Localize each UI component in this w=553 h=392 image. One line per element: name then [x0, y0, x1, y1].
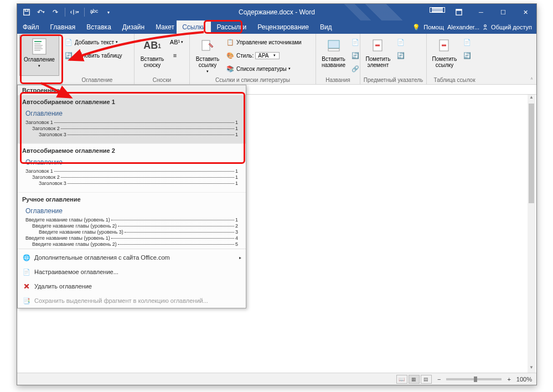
toc-button[interactable]: Оглавление ▾ [19, 35, 59, 76]
group-label-index: Предметный указатель [363, 76, 424, 84]
toc-gallery-auto2-heading: Оглавление [25, 158, 238, 166]
read-mode-button[interactable]: 📖 [396, 375, 407, 384]
svg-rect-0 [24, 9, 30, 16]
more-toc-office-button[interactable]: 🌐 Дополнительные оглавления с сайта Offi… [18, 250, 246, 265]
group-label-toc: Оглавление [63, 76, 132, 84]
zoom-out-button[interactable]: − [437, 376, 441, 383]
group-label-citations: Ссылки и списки литературы [192, 76, 313, 84]
minimize-button[interactable]: ─ [470, 4, 492, 20]
app-window: ↶▾ ↷ ▾ abc✓ ▾ Содержание.docx - Word ─ ☐… [17, 3, 537, 385]
add-text-button[interactable]: 📄 Добавить текст▾ [63, 36, 132, 48]
ribbon-group-captions: Вставить название 📄 🔄 🔗 Названия [316, 34, 360, 84]
insert-caption-button[interactable]: Вставить название [318, 35, 349, 76]
tell-me[interactable]: Помощ [423, 24, 444, 30]
insert-footnote-button[interactable]: AB1 Вставить сноску [137, 35, 168, 76]
user-name[interactable]: Alexander... [447, 24, 479, 30]
next-footnote-button[interactable]: AB¹▾ [169, 36, 185, 48]
tab-design[interactable]: Дизайн [117, 20, 150, 34]
maximize-button[interactable]: ☐ [492, 4, 514, 20]
update-index-button[interactable]: 🔄 [395, 49, 407, 61]
group-label-toa: Таблица ссылок [429, 76, 480, 84]
page[interactable] [277, 103, 510, 347]
citation-style-dropdown[interactable]: 🎨 Стиль: APA ▾ [224, 49, 303, 61]
undo-button[interactable]: ↶▾ [35, 6, 47, 18]
citation-label: Вставить ссылку [192, 56, 223, 68]
toc-gallery-manual[interactable]: Ручное оглавление Оглавление Введите наз… [18, 193, 246, 247]
toc-preview-row: Введите название главы (уровень 2)2 [25, 223, 238, 229]
window-title: Содержание.docx - Word [239, 8, 315, 16]
toc-gallery-manual-rows: Введите название главы (уровень 1)1Введи… [25, 217, 238, 247]
ribbon-collapse-button[interactable]: ＾ [529, 76, 534, 83]
spellcheck-button[interactable]: abc✓ [88, 5, 100, 17]
scrollbar-thumb[interactable] [529, 104, 534, 203]
toc-preview-row: Заголовок 21 [25, 174, 238, 180]
titlebar: ↶▾ ↷ ▾ abc✓ ▾ Содержание.docx - Word ─ ☐… [17, 4, 536, 20]
tell-me-icon: 💡 [412, 24, 420, 31]
bibliography-icon: 📚 [226, 64, 235, 73]
toc-preview-row: Введите название главы (уровень 2)5 [25, 241, 238, 247]
mark-citation-label: Пометить ссылку [429, 56, 460, 68]
tab-references[interactable]: Ссылки [177, 20, 211, 34]
tab-review[interactable]: Рецензирование [252, 20, 314, 34]
captions-small-2[interactable]: 🔄 [350, 49, 358, 61]
manage-sources-icon: 📋 [226, 38, 235, 47]
style-icon: 🎨 [226, 51, 235, 60]
footnote-icon: AB1 [143, 37, 161, 55]
toc-gallery-auto1[interactable]: Автособираемое оглавление 1 Оглавление З… [18, 95, 246, 144]
toc-gallery-auto2[interactable]: Автособираемое оглавление 2 Оглавление З… [18, 144, 246, 193]
captions-small-1[interactable]: 📄 [350, 36, 358, 48]
tab-file[interactable]: Файл [17, 20, 45, 34]
tab-mailings[interactable]: Рассылки [211, 20, 252, 34]
redo-button[interactable]: ↷ [49, 6, 61, 18]
zoom-slider[interactable] [446, 378, 502, 380]
statusbar: 📖 ▦ ▤ − + 100% [17, 373, 536, 385]
update-toa-button[interactable]: 🔄 [461, 49, 473, 61]
ribbon-tabs: Файл Главная Вставка Дизайн Макет Ссылки… [17, 20, 536, 34]
save-button[interactable] [20, 6, 33, 18]
citation-icon [199, 37, 216, 55]
touch-mode-button[interactable]: ▾ [69, 6, 81, 18]
web-layout-button[interactable]: ▤ [421, 375, 432, 384]
mark-citation-icon [436, 37, 453, 55]
svg-rect-13 [328, 40, 339, 48]
chevron-down-icon: ▾ [38, 64, 40, 68]
toc-preview-row: Введите название главы (уровень 1)4 [25, 235, 238, 241]
zoom-level[interactable]: 100% [516, 376, 532, 383]
ribbon-display-button[interactable] [448, 4, 470, 20]
print-layout-button[interactable]: ▦ [409, 375, 420, 384]
close-button[interactable]: ✕ [514, 4, 536, 20]
ribbon-group-index: Пометить элемент 📄 🔄 Предметный указател… [360, 34, 427, 84]
ribbon-group-toa: Пометить ссылку 📄 🔄 Таблица ссылок [427, 34, 482, 84]
captions-small-3[interactable]: 🔗 [350, 63, 358, 75]
footnote-label: Вставить сноску [137, 56, 168, 68]
svg-rect-1 [25, 9, 28, 12]
mark-entry-button[interactable]: Пометить элемент [363, 35, 394, 76]
toc-dropdown: Встроенные Автособираемое оглавление 1 О… [17, 85, 246, 308]
tab-view[interactable]: Вид [314, 20, 338, 34]
insert-citation-button[interactable]: Вставить ссылку ▾ [192, 35, 223, 76]
ribbon-group-toc-ext: 📄 Добавить текст▾ 🔄 Обновить таблицу Огл… [63, 34, 135, 84]
share-button[interactable]: Общий доступ [483, 24, 532, 30]
group-label-footnotes: Сноски [137, 76, 187, 84]
bibliography-button[interactable]: 📚 Список литературы▾ [224, 63, 303, 75]
insert-index-button[interactable]: 📄 [395, 36, 407, 48]
svg-rect-3 [456, 9, 462, 11]
zoom-in-button[interactable]: + [507, 376, 510, 383]
remove-toc-button[interactable]: 🗙 Удалить оглавление [18, 279, 246, 293]
mark-citation-button[interactable]: Пометить ссылку [429, 35, 460, 76]
insert-toa-button[interactable]: 📄 [461, 36, 473, 48]
update-table-button[interactable]: 🔄 Обновить таблицу [63, 49, 132, 61]
manage-sources-button[interactable]: 📋 Управление источниками [224, 36, 303, 48]
toc-gallery-auto2-title: Автособираемое оглавление 2 [22, 147, 241, 154]
ribbon-options-button[interactable] [429, 4, 446, 16]
tab-home[interactable]: Главная [45, 20, 81, 34]
vertical-scrollbar[interactable]: ▲ ▼ [528, 95, 535, 373]
mark-entry-icon [369, 37, 387, 55]
qa-customize-button[interactable]: ▾ [102, 6, 115, 18]
show-notes-button[interactable]: ≡ [169, 49, 185, 61]
ribbon-group-footnotes: AB1 Вставить сноску AB¹▾ ≡ Сноски [135, 34, 190, 84]
custom-toc-button[interactable]: 📄 Настраиваемое оглавление... [18, 265, 246, 279]
tab-insert[interactable]: Вставка [81, 20, 117, 34]
mark-entry-label: Пометить элемент [363, 56, 394, 68]
tab-layout[interactable]: Макет [150, 20, 177, 34]
